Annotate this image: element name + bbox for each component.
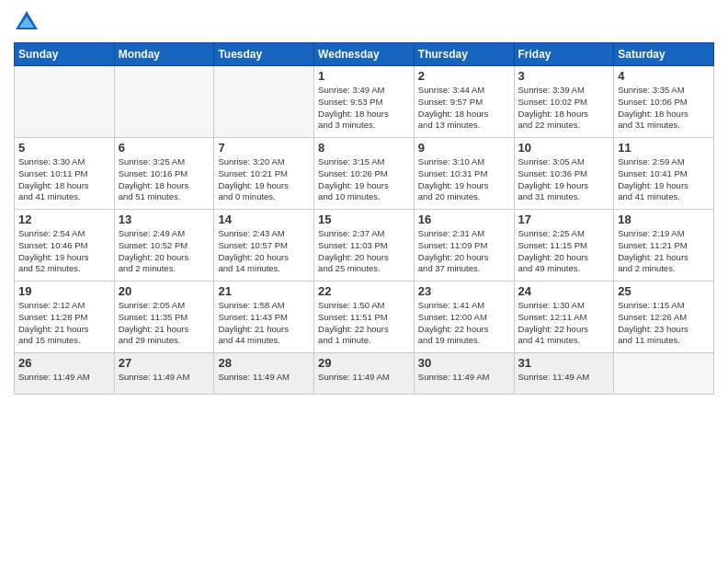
week-row-1: 1Sunrise: 3:49 AM Sunset: 9:53 PM Daylig… <box>15 66 714 138</box>
day-info: Sunrise: 11:49 AM <box>518 372 610 384</box>
day-number: 23 <box>418 284 510 298</box>
logo-icon <box>14 9 40 35</box>
day-number: 14 <box>218 213 310 226</box>
day-number: 22 <box>318 284 410 298</box>
day-info: Sunrise: 3:39 AM Sunset: 10:02 PM Daylig… <box>518 85 610 132</box>
day-number: 10 <box>518 141 610 155</box>
day-info: Sunrise: 2:43 AM Sunset: 10:57 PM Daylig… <box>218 228 310 275</box>
day-number: 18 <box>618 213 710 226</box>
day-number: 16 <box>418 213 510 226</box>
day-info: Sunrise: 3:35 AM Sunset: 10:06 PM Daylig… <box>618 85 710 132</box>
day-number: 4 <box>618 69 710 83</box>
day-cell: 22Sunrise: 1:50 AM Sunset: 11:51 PM Dayl… <box>314 282 415 353</box>
calendar-body: 1Sunrise: 3:49 AM Sunset: 9:53 PM Daylig… <box>15 66 714 395</box>
day-cell: 15Sunrise: 2:37 AM Sunset: 11:03 PM Dayl… <box>314 210 415 282</box>
day-info: Sunrise: 3:44 AM Sunset: 9:57 PM Dayligh… <box>418 85 510 132</box>
day-info: Sunrise: 11:49 AM <box>218 372 310 384</box>
day-info: Sunrise: 1:58 AM Sunset: 11:43 PM Daylig… <box>218 300 310 347</box>
day-info: Sunrise: 2:59 AM Sunset: 10:41 PM Daylig… <box>618 156 710 203</box>
day-info: Sunrise: 1:50 AM Sunset: 11:51 PM Daylig… <box>318 300 410 347</box>
day-cell: 30Sunrise: 11:49 AM <box>414 353 514 395</box>
day-number: 31 <box>518 356 610 370</box>
day-number: 19 <box>18 284 110 298</box>
page: SundayMondayTuesdayWednesdayThursdayFrid… <box>0 0 728 563</box>
day-number: 20 <box>119 284 210 298</box>
day-cell: 26Sunrise: 11:49 AM <box>15 353 115 395</box>
day-cell: 13Sunrise: 2:49 AM Sunset: 10:52 PM Dayl… <box>114 210 214 282</box>
day-info: Sunrise: 2:25 AM Sunset: 11:15 PM Daylig… <box>518 228 610 275</box>
day-number: 1 <box>318 69 410 83</box>
day-info: Sunrise: 2:49 AM Sunset: 10:52 PM Daylig… <box>119 228 210 275</box>
day-cell: 14Sunrise: 2:43 AM Sunset: 10:57 PM Dayl… <box>214 210 314 282</box>
day-cell: 25Sunrise: 1:15 AM Sunset: 12:26 AM Dayl… <box>614 282 714 353</box>
day-number: 27 <box>119 356 210 370</box>
day-info: Sunrise: 3:20 AM Sunset: 10:21 PM Daylig… <box>218 156 310 203</box>
header-cell-thursday: Thursday <box>414 43 514 66</box>
day-cell: 2Sunrise: 3:44 AM Sunset: 9:57 PM Daylig… <box>414 66 514 138</box>
day-cell: 12Sunrise: 2:54 AM Sunset: 10:46 PM Dayl… <box>15 210 115 282</box>
day-cell: 23Sunrise: 1:41 AM Sunset: 12:00 AM Dayl… <box>414 282 514 353</box>
day-info: Sunrise: 1:30 AM Sunset: 12:11 AM Daylig… <box>518 300 610 347</box>
day-number: 12 <box>18 213 110 226</box>
day-number: 11 <box>618 141 710 155</box>
day-info: Sunrise: 2:37 AM Sunset: 11:03 PM Daylig… <box>318 228 410 275</box>
day-cell: 1Sunrise: 3:49 AM Sunset: 9:53 PM Daylig… <box>314 66 415 138</box>
day-number: 28 <box>218 356 310 370</box>
week-row-5: 26Sunrise: 11:49 AM27Sunrise: 11:49 AM28… <box>15 353 714 395</box>
day-cell: 24Sunrise: 1:30 AM Sunset: 12:11 AM Dayl… <box>514 282 614 353</box>
day-info: Sunrise: 11:49 AM <box>418 372 510 384</box>
header-cell-tuesday: Tuesday <box>214 43 314 66</box>
day-cell: 9Sunrise: 3:10 AM Sunset: 10:31 PM Dayli… <box>414 138 514 210</box>
day-cell <box>15 66 115 138</box>
day-number: 3 <box>518 69 610 83</box>
day-info: Sunrise: 1:15 AM Sunset: 12:26 AM Daylig… <box>618 300 710 347</box>
day-cell: 6Sunrise: 3:25 AM Sunset: 10:16 PM Dayli… <box>114 138 214 210</box>
day-info: Sunrise: 3:25 AM Sunset: 10:16 PM Daylig… <box>119 156 210 203</box>
header <box>14 9 714 35</box>
day-number: 26 <box>18 356 110 370</box>
day-number: 2 <box>418 69 510 83</box>
header-row: SundayMondayTuesdayWednesdayThursdayFrid… <box>15 43 714 66</box>
day-info: Sunrise: 3:30 AM Sunset: 10:11 PM Daylig… <box>18 156 110 203</box>
day-info: Sunrise: 11:49 AM <box>119 372 210 384</box>
calendar-header: SundayMondayTuesdayWednesdayThursdayFrid… <box>15 43 714 66</box>
day-cell: 10Sunrise: 3:05 AM Sunset: 10:36 PM Dayl… <box>514 138 614 210</box>
header-cell-sunday: Sunday <box>15 43 115 66</box>
week-row-3: 12Sunrise: 2:54 AM Sunset: 10:46 PM Dayl… <box>15 210 714 282</box>
day-info: Sunrise: 11:49 AM <box>18 372 110 384</box>
day-cell: 5Sunrise: 3:30 AM Sunset: 10:11 PM Dayli… <box>15 138 115 210</box>
day-number: 15 <box>318 213 410 226</box>
day-cell <box>614 353 714 395</box>
day-cell: 21Sunrise: 1:58 AM Sunset: 11:43 PM Dayl… <box>214 282 314 353</box>
day-info: Sunrise: 2:19 AM Sunset: 11:21 PM Daylig… <box>618 228 710 275</box>
header-cell-friday: Friday <box>514 43 614 66</box>
day-cell: 3Sunrise: 3:39 AM Sunset: 10:02 PM Dayli… <box>514 66 614 138</box>
header-cell-monday: Monday <box>114 43 214 66</box>
day-number: 6 <box>119 141 210 155</box>
day-cell <box>214 66 314 138</box>
day-info: Sunrise: 2:31 AM Sunset: 11:09 PM Daylig… <box>418 228 510 275</box>
day-info: Sunrise: 2:12 AM Sunset: 11:28 PM Daylig… <box>18 300 110 347</box>
day-number: 17 <box>518 213 610 226</box>
day-info: Sunrise: 1:41 AM Sunset: 12:00 AM Daylig… <box>418 300 510 347</box>
day-cell: 17Sunrise: 2:25 AM Sunset: 11:15 PM Dayl… <box>514 210 614 282</box>
day-cell <box>114 66 214 138</box>
day-cell: 18Sunrise: 2:19 AM Sunset: 11:21 PM Dayl… <box>614 210 714 282</box>
day-info: Sunrise: 3:10 AM Sunset: 10:31 PM Daylig… <box>418 156 510 203</box>
day-cell: 11Sunrise: 2:59 AM Sunset: 10:41 PM Dayl… <box>614 138 714 210</box>
day-cell: 27Sunrise: 11:49 AM <box>114 353 214 395</box>
day-info: Sunrise: 2:54 AM Sunset: 10:46 PM Daylig… <box>18 228 110 275</box>
day-cell: 16Sunrise: 2:31 AM Sunset: 11:09 PM Dayl… <box>414 210 514 282</box>
header-cell-wednesday: Wednesday <box>314 43 415 66</box>
day-info: Sunrise: 3:15 AM Sunset: 10:26 PM Daylig… <box>318 156 410 203</box>
day-number: 5 <box>18 141 110 155</box>
day-info: Sunrise: 2:05 AM Sunset: 11:35 PM Daylig… <box>119 300 210 347</box>
day-number: 25 <box>618 284 710 298</box>
day-cell: 20Sunrise: 2:05 AM Sunset: 11:35 PM Dayl… <box>114 282 214 353</box>
day-cell: 7Sunrise: 3:20 AM Sunset: 10:21 PM Dayli… <box>214 138 314 210</box>
day-number: 24 <box>518 284 610 298</box>
day-number: 9 <box>418 141 510 155</box>
day-number: 21 <box>218 284 310 298</box>
day-info: Sunrise: 3:49 AM Sunset: 9:53 PM Dayligh… <box>318 85 410 132</box>
day-number: 8 <box>318 141 410 155</box>
